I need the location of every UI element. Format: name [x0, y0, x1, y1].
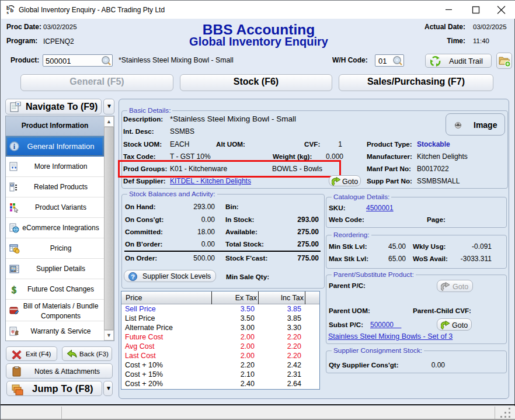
svg-text:$: $: [12, 284, 17, 295]
svg-text:b: b: [10, 7, 13, 13]
svg-text:?: ?: [131, 273, 135, 280]
